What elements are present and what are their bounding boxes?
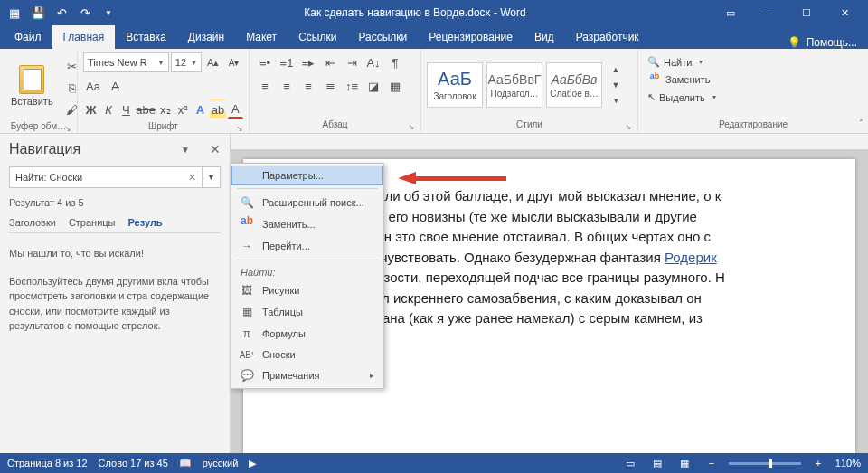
change-case-icon[interactable]: Aa [83, 76, 103, 96]
search-options-icon[interactable]: ▼ [203, 166, 221, 188]
minimize-icon[interactable]: — [750, 0, 787, 25]
menu-item-footnotes[interactable]: AB¹ Сноски [231, 345, 383, 364]
strikethrough-button[interactable]: abe [136, 99, 156, 119]
ruler[interactable] [231, 134, 868, 150]
style-subtle[interactable]: АаБбВв Слабое в… [546, 62, 602, 108]
nav-pane-close-icon[interactable]: ✕ [210, 142, 221, 156]
status-page[interactable]: Страница 8 из 12 [7, 458, 88, 468]
borders-icon[interactable]: ▦ [385, 76, 405, 96]
status-words[interactable]: Слово 17 из 45 [99, 458, 168, 468]
justify-icon[interactable]: ≣ [320, 76, 340, 96]
clipboard-launcher-icon[interactable]: ↘ [64, 124, 71, 133]
show-marks-icon[interactable]: ¶ [385, 52, 405, 72]
grow-font-icon[interactable]: A▴ [203, 52, 222, 72]
status-spellcheck-icon[interactable]: 📖 [179, 458, 192, 469]
decrease-indent-icon[interactable]: ⇤ [320, 52, 340, 72]
save-icon[interactable]: 💾 [29, 4, 47, 22]
line-spacing-icon[interactable]: ↕≡ [342, 76, 362, 96]
tab-review[interactable]: Рецензирование [418, 25, 524, 49]
search-options-menu: Параметры... 🔍 Расширенный поиск... ab З… [231, 163, 384, 389]
menu-item-graphics[interactable]: 🖼 Рисунки [231, 279, 383, 301]
tab-home[interactable]: Главная [52, 25, 116, 49]
menu-item-goto[interactable]: → Перейти... [231, 235, 383, 257]
increase-indent-icon[interactable]: ⇥ [342, 52, 362, 72]
tab-mailings[interactable]: Рассылки [347, 25, 418, 49]
shrink-font-icon[interactable]: A▾ [224, 52, 243, 72]
highlight-icon[interactable]: ab [210, 99, 225, 119]
tab-design[interactable]: Дизайн [177, 25, 235, 49]
ribbon-display-icon[interactable]: ▭ [712, 0, 749, 25]
numbering-icon[interactable]: ≡1 [277, 52, 297, 72]
menu-section-label: Найти: [231, 263, 383, 279]
navigation-search-input[interactable]: Найти: Сноски ✕ [9, 166, 203, 188]
styles-more-icon[interactable]: ▾ [606, 93, 626, 108]
nav-tab-pages[interactable]: Страницы [69, 217, 116, 228]
nav-tab-results[interactable]: Резуль [128, 217, 163, 228]
status-macros-icon[interactable]: ▶ [249, 458, 256, 469]
zoom-slider[interactable] [729, 462, 801, 465]
tab-references[interactable]: Ссылки [288, 25, 347, 49]
zoom-in-icon[interactable]: + [808, 455, 828, 471]
italic-button[interactable]: К [100, 99, 116, 119]
qat-customize-icon[interactable]: ▼ [99, 4, 118, 22]
status-language[interactable]: русский [203, 458, 238, 468]
style-heading[interactable]: АаБ Заголовок [427, 62, 483, 108]
menu-item-tables[interactable]: ▦ Таблицы [231, 301, 383, 323]
tab-file[interactable]: Файл [4, 25, 52, 49]
tell-me[interactable]: Помощь... [807, 36, 857, 49]
menu-item-replace[interactable]: ab Заменить... [231, 213, 383, 235]
replace-button[interactable]: abЗаменить [644, 71, 863, 88]
bold-button[interactable]: Ж [83, 99, 99, 119]
sort-icon[interactable]: A↓ [363, 52, 383, 72]
word-icon[interactable]: ▦ [5, 4, 24, 22]
align-right-icon[interactable]: ≡ [298, 76, 318, 96]
ribbon: Вставить ✂ ⎘ 🖌 Буфер обм…↘ Times New R▼ … [0, 49, 868, 134]
menu-item-options[interactable]: Параметры... [231, 166, 383, 185]
search-clear-icon[interactable]: ✕ [188, 172, 196, 184]
align-center-icon[interactable]: ≡ [277, 76, 297, 96]
font-launcher-icon[interactable]: ↘ [236, 124, 243, 133]
tab-developer[interactable]: Разработчик [565, 25, 650, 49]
subscript-button[interactable]: x₂ [157, 99, 173, 119]
undo-icon[interactable]: ↶ [52, 4, 71, 22]
view-read-icon[interactable]: ▭ [620, 455, 640, 471]
styles-down-icon[interactable]: ▼ [606, 78, 626, 92]
doc-hyperlink[interactable]: Родерик [665, 250, 717, 265]
redo-icon[interactable]: ↷ [76, 4, 94, 22]
menu-item-formulas[interactable]: π Формулы [231, 323, 383, 345]
maximize-icon[interactable]: ☐ [788, 0, 825, 25]
font-family-select[interactable]: Times New R▼ [83, 52, 169, 72]
paste-button[interactable]: Вставить [5, 52, 59, 119]
tab-insert[interactable]: Вставка [115, 25, 177, 49]
underline-button[interactable]: Ч [118, 99, 134, 119]
collapse-ribbon-icon[interactable]: ˆ [860, 119, 863, 129]
styles-launcher-icon[interactable]: ↘ [625, 122, 632, 131]
zoom-level[interactable]: 110% [835, 458, 861, 468]
find-button[interactable]: 🔍Найти▾ [644, 54, 863, 70]
zoom-out-icon[interactable]: − [702, 455, 722, 471]
view-print-icon[interactable]: ▤ [647, 455, 667, 471]
menu-item-advanced-find[interactable]: 🔍 Расширенный поиск... [231, 192, 383, 213]
nav-tab-headings[interactable]: Заголовки [9, 217, 56, 228]
paragraph-launcher-icon[interactable]: ↘ [408, 122, 415, 131]
styles-up-icon[interactable]: ▲ [606, 62, 626, 77]
shading-icon[interactable]: ◪ [363, 76, 383, 96]
bullets-icon[interactable]: ≡• [255, 52, 275, 72]
clipboard-group-label: Буфер обм…↘ [5, 119, 71, 135]
editing-group-label: Редактирование [644, 118, 863, 133]
view-web-icon[interactable]: ▦ [675, 455, 694, 471]
clear-format-icon[interactable]: A̶ [105, 76, 125, 96]
style-subheading[interactable]: АаБбВвГ Подзагол… [486, 62, 542, 108]
menu-item-comments[interactable]: 💬 Примечания ▸ [231, 364, 383, 386]
text-effects-icon[interactable]: A [193, 99, 208, 119]
tab-layout[interactable]: Макет [235, 25, 288, 49]
tab-view[interactable]: Вид [524, 25, 565, 49]
superscript-button[interactable]: x² [175, 99, 191, 119]
align-left-icon[interactable]: ≡ [255, 76, 275, 96]
font-color-icon[interactable]: A [228, 99, 243, 119]
multilevel-icon[interactable]: ≡▸ [298, 52, 318, 72]
close-window-icon[interactable]: ✕ [826, 0, 863, 25]
font-size-select[interactable]: 12▼ [171, 52, 203, 72]
nav-pane-dropdown-icon[interactable]: ▼ [181, 145, 190, 155]
select-button[interactable]: ↖Выделить▾ [644, 90, 863, 105]
